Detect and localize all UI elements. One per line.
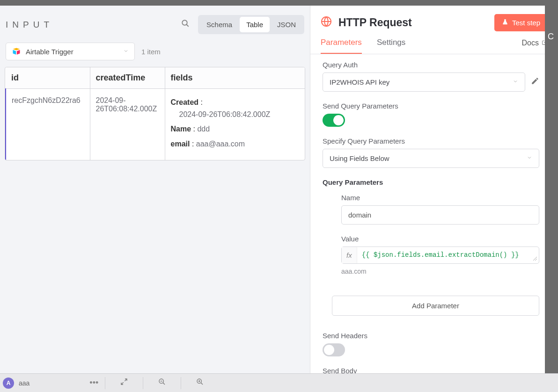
data-table: id createdTime fields recFzgchN6zD22ra6 …	[5, 67, 305, 160]
output-panel-collapsed[interactable]: C	[545, 6, 558, 373]
query-auth-label: Query Auth	[323, 61, 539, 69]
resolved-value: aaa.com	[341, 268, 539, 275]
bottom-bar: A aaa •••	[0, 373, 558, 392]
svg-line-13	[201, 383, 203, 385]
chevron-down-icon	[527, 155, 532, 162]
input-panel: INPUT Schema Table JSON Airtable Trig	[0, 6, 310, 373]
tab-settings[interactable]: Settings	[377, 38, 405, 54]
send-query-params-label: Send Query Parameters	[323, 102, 539, 110]
globe-icon	[321, 16, 332, 30]
specify-query-params-label: Specify Query Parameters	[323, 137, 539, 145]
col-createdTime[interactable]: createdTime	[90, 67, 165, 89]
view-table[interactable]: Table	[240, 17, 270, 32]
docs-link[interactable]: Docs	[522, 39, 548, 53]
view-toggle: Schema Table JSON	[198, 15, 304, 34]
param-name-label: Name	[341, 194, 539, 202]
node-name: Airtable Trigger	[26, 48, 73, 56]
pencil-icon[interactable]	[531, 77, 539, 87]
output-panel-label: C	[545, 6, 558, 42]
top-dim-bar	[0, 0, 558, 6]
send-query-params-toggle[interactable]	[323, 114, 345, 127]
param-value-input[interactable]: fx {{ $json.fields.email.extractDomain()…	[341, 247, 539, 264]
expand-icon[interactable]	[112, 378, 136, 388]
svg-line-8	[121, 382, 124, 385]
col-id[interactable]: id	[6, 67, 90, 89]
cell-fields: Created : 2024-09-26T06:08:42.000Z Name …	[165, 89, 305, 160]
svg-line-6	[535, 259, 537, 261]
avatar[interactable]: A	[3, 377, 14, 389]
item-count: 1 item	[141, 48, 161, 56]
search-icon[interactable]	[181, 19, 190, 30]
zoom-out-icon[interactable]	[150, 378, 174, 388]
query-parameters-label: Query Parameters	[323, 178, 539, 186]
expression-text: {{ $json.fields.email.extractDomain() }}	[357, 247, 539, 263]
query-auth-select[interactable]: IP2WHOIS API key	[323, 73, 525, 92]
svg-line-7	[125, 379, 127, 381]
cell-createdTime: 2024-09-26T06:08:42.000Z	[90, 89, 165, 160]
specify-query-params-select[interactable]: Using Fields Below	[323, 149, 539, 168]
cell-id: recFzgchN6zD22ra6	[6, 89, 90, 160]
test-step-button[interactable]: Test step	[494, 14, 548, 31]
add-parameter-button[interactable]: Add Parameter	[332, 296, 539, 316]
send-body-label: Send Body	[323, 367, 539, 373]
send-headers-label: Send Headers	[323, 332, 539, 340]
param-value-label: Value	[341, 235, 539, 243]
fx-badge: fx	[342, 247, 357, 263]
view-schema[interactable]: Schema	[200, 17, 239, 32]
node-selector[interactable]: Airtable Trigger	[6, 43, 135, 60]
send-headers-toggle[interactable]	[323, 343, 345, 356]
col-fields[interactable]: fields	[165, 67, 305, 89]
svg-line-1	[186, 24, 189, 27]
svg-line-5	[533, 257, 537, 261]
table-row[interactable]: recFzgchN6zD22ra6 2024-09-26T06:08:42.00…	[6, 89, 305, 160]
flask-icon	[502, 19, 508, 27]
airtable-icon	[12, 47, 21, 56]
user-name: aaa	[19, 379, 29, 387]
input-title: INPUT	[6, 20, 53, 30]
zoom-in-icon[interactable]	[188, 378, 212, 388]
view-json[interactable]: JSON	[271, 17, 302, 32]
panel-title: HTTP Request	[338, 16, 412, 29]
svg-line-10	[163, 383, 165, 385]
right-panel: HTTP Request Test step Parameters Settin…	[310, 6, 558, 373]
resize-handle-icon[interactable]	[533, 256, 537, 262]
chevron-down-icon	[123, 48, 129, 55]
param-name-input[interactable]	[341, 205, 539, 225]
tab-parameters[interactable]: Parameters	[321, 38, 362, 54]
more-icon[interactable]: •••	[89, 378, 98, 388]
chevron-down-icon	[513, 79, 518, 86]
svg-point-0	[182, 20, 187, 25]
